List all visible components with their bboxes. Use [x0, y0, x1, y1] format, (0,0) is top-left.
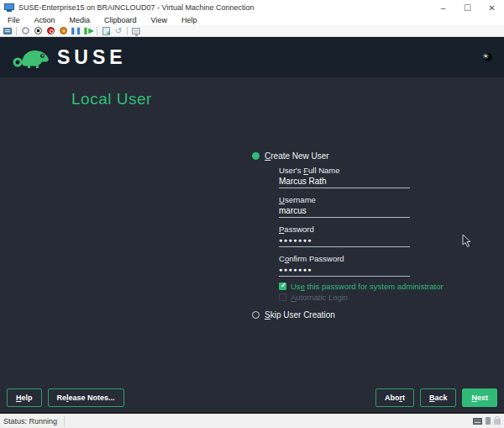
password-label: Password: [279, 225, 410, 235]
password-field: Password ●●●●●●●: [279, 225, 410, 247]
create-new-user-radio[interactable]: Create New User: [252, 151, 329, 161]
suse-wordmark: SUSE: [57, 46, 127, 69]
brightness-icon: ☀: [482, 52, 492, 62]
start-icon[interactable]: [21, 27, 29, 35]
lock-status-icon: [494, 419, 501, 425]
maximize-button[interactable]: ☐: [455, 0, 480, 15]
pause-icon[interactable]: ❚❚: [71, 27, 80, 35]
checkpoint-icon[interactable]: [102, 27, 110, 35]
menu-view[interactable]: View: [151, 16, 167, 24]
resume-icon[interactable]: ❚▶: [84, 27, 92, 35]
minimize-button[interactable]: –: [431, 0, 455, 15]
username-field: Username marcus: [279, 195, 410, 218]
radio-unselected-icon: [252, 311, 260, 319]
full-name-label: User's Full Name: [279, 166, 410, 176]
password-input[interactable]: ●●●●●●●: [279, 235, 410, 247]
automatic-login-checkbox[interactable]: Automatic Login: [279, 293, 444, 302]
checkbox-unchecked-icon: [279, 293, 286, 301]
vm-display: SUSE ☀ Local User Create New User User's…: [0, 37, 504, 412]
menu-action[interactable]: Action: [34, 16, 55, 24]
hyperv-app-icon: [4, 3, 14, 12]
options: Use this password for system administrat…: [279, 282, 444, 304]
vm-connection-window: SUSE-Enterprise15 on BRAINCLOUD07 - Virt…: [0, 0, 504, 428]
installer-content: Local User Create New User User's Full N…: [0, 77, 504, 412]
use-password-for-admin-label: Use this password for system administrat…: [291, 282, 444, 291]
menu-help[interactable]: Help: [181, 16, 197, 24]
automatic-login-label: Automatic Login: [291, 293, 348, 302]
title-bar: SUSE-Enterprise15 on BRAINCLOUD07 - Virt…: [0, 0, 504, 15]
toolbar-separator: [97, 27, 97, 35]
confirm-password-label: Confirm Password: [279, 254, 410, 264]
username-label: Username: [279, 195, 410, 205]
menu-file[interactable]: File: [8, 16, 20, 24]
toolbar-separator: [127, 27, 128, 35]
save-icon[interactable]: [59, 27, 67, 35]
menu-bar: File Action Media Clipboard View Help: [0, 15, 504, 25]
checkbox-checked-icon: [279, 283, 286, 290]
device-status-icon: [486, 417, 491, 425]
skip-user-creation-label: Skip User Creation: [265, 310, 335, 320]
radio-selected-icon: [252, 152, 260, 160]
enhanced-session-icon[interactable]: [132, 27, 140, 35]
confirm-password-input[interactable]: ●●●●●●●: [279, 264, 410, 277]
use-password-for-admin-checkbox[interactable]: Use this password for system administrat…: [279, 282, 444, 291]
abort-button[interactable]: Abort: [375, 388, 414, 407]
ctrl-alt-del-icon[interactable]: [3, 27, 12, 35]
display-status-icon: [473, 418, 482, 425]
next-button[interactable]: Next: [462, 388, 497, 407]
turn-off-icon[interactable]: [34, 27, 42, 35]
status-bar: Status: Running: [0, 412, 504, 428]
vm-toolbar: ❚❚ ❚▶ ↺: [0, 25, 504, 37]
suse-chameleon-icon: [12, 45, 50, 70]
confirm-password-field: Confirm Password ●●●●●●●: [279, 254, 410, 277]
full-name-input[interactable]: Marcus Rath: [279, 176, 410, 188]
help-button[interactable]: Help: [7, 388, 42, 407]
status-separator: [64, 416, 65, 426]
user-form: User's Full Name Marcus Rath Username ma…: [279, 166, 410, 283]
mouse-cursor: [461, 234, 471, 249]
full-name-field: User's Full Name Marcus Rath: [279, 166, 410, 188]
menu-clipboard[interactable]: Clipboard: [104, 16, 137, 24]
vm-status: Status: Running: [3, 417, 57, 425]
toolbar-separator: [16, 27, 17, 35]
revert-icon[interactable]: ↺: [114, 27, 123, 35]
shut-down-icon[interactable]: [46, 27, 55, 35]
window-title: SUSE-Enterprise15 on BRAINCLOUD07 - Virt…: [18, 3, 254, 12]
close-button[interactable]: ✕: [480, 0, 504, 15]
username-input[interactable]: marcus: [279, 205, 410, 218]
installer-header: SUSE ☀: [0, 37, 504, 77]
page-title: Local User: [71, 90, 152, 108]
release-notes-button[interactable]: Release Notes...: [48, 388, 124, 407]
wizard-button-row: Help Release Notes... Abort Back Next: [7, 388, 497, 407]
menu-media[interactable]: Media: [70, 16, 91, 24]
create-new-user-label: Create New User: [265, 151, 329, 161]
skip-user-creation-radio[interactable]: Skip User Creation: [252, 310, 335, 320]
back-button[interactable]: Back: [420, 388, 457, 407]
suse-logo: SUSE: [12, 45, 127, 70]
